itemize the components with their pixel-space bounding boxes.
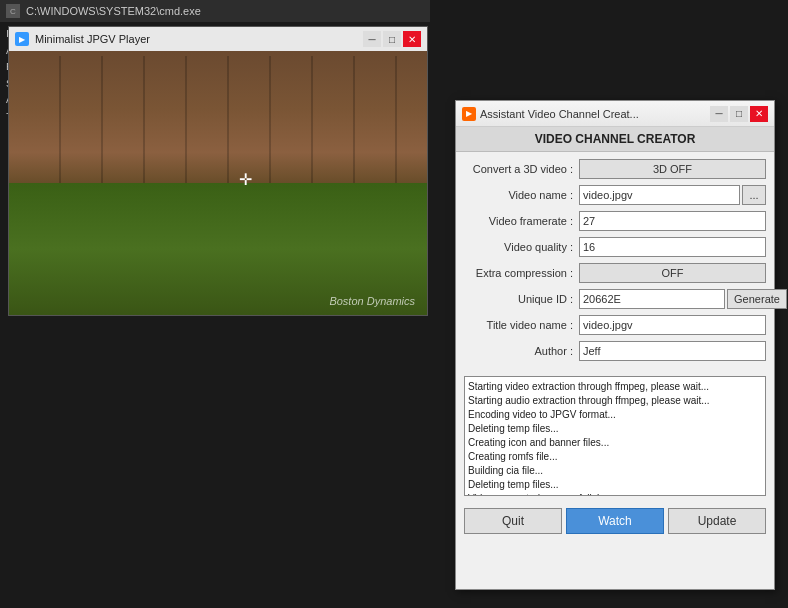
log-line: Encoding video to JPGV format... bbox=[468, 408, 762, 422]
dialog-window-controls: ─ □ ✕ bbox=[710, 106, 768, 122]
quality-label: Video quality : bbox=[464, 241, 579, 253]
quit-button[interactable]: Quit bbox=[464, 508, 562, 534]
dialog-title: Assistant Video Channel Creat... bbox=[480, 108, 706, 120]
convert3d-row: Convert a 3D video : 3D OFF bbox=[464, 158, 766, 180]
titlename-row: Title video name : bbox=[464, 314, 766, 336]
generate-button[interactable]: Generate bbox=[727, 289, 787, 309]
dialog-icon: ▶ bbox=[462, 107, 476, 121]
compression-row: Extra compression : OFF bbox=[464, 262, 766, 284]
author-input[interactable] bbox=[579, 341, 766, 361]
form-area: Convert a 3D video : 3D OFF Video name :… bbox=[456, 152, 774, 372]
log-line: Starting video extraction through ffmpeg… bbox=[468, 380, 762, 394]
footer-buttons: Quit Watch Update bbox=[456, 500, 774, 542]
videoname-input-group: ... bbox=[579, 185, 766, 205]
videoname-row: Video name : ... bbox=[464, 184, 766, 206]
framerate-input[interactable] bbox=[579, 211, 766, 231]
titlename-input[interactable] bbox=[579, 315, 766, 335]
videoname-browse-button[interactable]: ... bbox=[742, 185, 766, 205]
assistant-dialog: ▶ Assistant Video Channel Creat... ─ □ ✕… bbox=[455, 100, 775, 590]
watch-button[interactable]: Watch bbox=[566, 508, 664, 534]
author-label: Author : bbox=[464, 345, 579, 357]
log-line: Creating icon and banner files... bbox=[468, 436, 762, 450]
cmd-titlebar: C C:\WINDOWS\SYSTEM32\cmd.exe bbox=[0, 0, 430, 22]
video-cursor-indicator: ✛ bbox=[239, 170, 251, 182]
author-row: Author : bbox=[464, 340, 766, 362]
player-close-button[interactable]: ✕ bbox=[403, 31, 421, 47]
framerate-label: Video framerate : bbox=[464, 215, 579, 227]
uniqueid-input[interactable] bbox=[579, 289, 725, 309]
player-title: Minimalist JPGV Player bbox=[35, 33, 357, 45]
player-maximize-button[interactable]: □ bbox=[383, 31, 401, 47]
cmd-title: C:\WINDOWS\SYSTEM32\cmd.exe bbox=[26, 5, 201, 17]
video-wall bbox=[9, 51, 427, 196]
log-line: Deleting temp files... bbox=[468, 422, 762, 436]
player-window: ▶ Minimalist JPGV Player ─ □ ✕ ✛ Boston … bbox=[8, 26, 428, 316]
video-watermark: Boston Dynamics bbox=[329, 295, 415, 307]
uniqueid-label: Unique ID : bbox=[464, 293, 579, 305]
log-line: Building cia file... bbox=[468, 464, 762, 478]
videoname-input[interactable] bbox=[579, 185, 740, 205]
dialog-close-button[interactable]: ✕ bbox=[750, 106, 768, 122]
video-scene: ✛ Boston Dynamics bbox=[9, 51, 427, 315]
player-controls: ─ □ ✕ bbox=[363, 31, 421, 47]
compression-button[interactable]: OFF bbox=[579, 263, 766, 283]
titlename-label: Title video name : bbox=[464, 319, 579, 331]
player-titlebar: ▶ Minimalist JPGV Player ─ □ ✕ bbox=[9, 27, 427, 51]
uniqueid-row: Unique ID : Generate bbox=[464, 288, 766, 310]
player-video-area: ✛ Boston Dynamics bbox=[9, 51, 427, 315]
quality-row: Video quality : bbox=[464, 236, 766, 258]
convert3d-button[interactable]: 3D OFF bbox=[579, 159, 766, 179]
dialog-maximize-button[interactable]: □ bbox=[730, 106, 748, 122]
dialog-titlebar: ▶ Assistant Video Channel Creat... ─ □ ✕ bbox=[456, 101, 774, 127]
log-area: Starting video extraction through ffmpeg… bbox=[464, 376, 766, 496]
quality-input[interactable] bbox=[579, 237, 766, 257]
dialog-body: VIDEO CHANNEL CREATOR Convert a 3D video… bbox=[456, 127, 774, 542]
framerate-row: Video framerate : bbox=[464, 210, 766, 232]
compression-label: Extra compression : bbox=[464, 267, 579, 279]
log-line: Video converted successfully! bbox=[468, 492, 762, 496]
player-minimize-button[interactable]: ─ bbox=[363, 31, 381, 47]
log-line: Deleting temp files... bbox=[468, 478, 762, 492]
dialog-header: VIDEO CHANNEL CREATOR bbox=[456, 127, 774, 152]
uniqueid-input-group: Generate bbox=[579, 289, 787, 309]
cmd-icon: C bbox=[6, 4, 20, 18]
player-icon: ▶ bbox=[15, 32, 29, 46]
update-button[interactable]: Update bbox=[668, 508, 766, 534]
log-line: Starting audio extraction through ffmpeg… bbox=[468, 394, 762, 408]
log-line: Creating romfs file... bbox=[468, 450, 762, 464]
dialog-minimize-button[interactable]: ─ bbox=[710, 106, 728, 122]
videoname-label: Video name : bbox=[464, 189, 579, 201]
convert3d-label: Convert a 3D video : bbox=[464, 163, 579, 175]
